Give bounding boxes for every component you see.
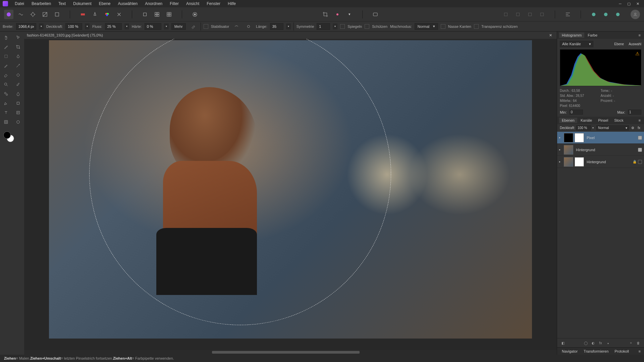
hand-tool-icon[interactable] — [0, 33, 12, 42]
histogram-warning-icon[interactable]: ⚠ — [635, 51, 640, 56]
tab-protokoll[interactable]: Protokoll — [612, 349, 632, 354]
layer-gear-icon[interactable]: ⚙ — [630, 126, 635, 130]
marquee-icon[interactable] — [0, 52, 12, 61]
menu-text[interactable]: Text — [55, 0, 69, 7]
color-swatch[interactable] — [0, 129, 24, 143]
menu-datei[interactable]: Datei — [11, 0, 28, 7]
grid-3-icon[interactable] — [164, 10, 174, 19]
layer-name[interactable]: Pixel — [585, 136, 637, 140]
assistant-icon[interactable] — [333, 10, 342, 19]
crop-tool-icon[interactable] — [321, 10, 330, 19]
eraser-icon[interactable] — [0, 70, 12, 80]
arrange-3-icon[interactable] — [525, 10, 535, 19]
layer-blend-select[interactable]: Normal▾ — [596, 125, 629, 130]
fluss-dropdown[interactable]: ▾ — [124, 23, 129, 29]
min-input[interactable] — [570, 110, 583, 115]
pen-icon[interactable] — [0, 99, 12, 108]
mesh-icon[interactable] — [0, 117, 12, 127]
deckkraft-dropdown[interactable]: ▾ — [85, 23, 90, 29]
tab-transformieren[interactable]: Transformieren — [581, 349, 611, 354]
tab-navigator[interactable]: Navigator — [559, 349, 580, 354]
layer-fx-icon[interactable]: fx — [637, 126, 641, 130]
menu-bearbeiten[interactable]: Bearbeiten — [28, 0, 54, 7]
horizontal-scrollbar[interactable] — [24, 350, 557, 355]
menu-fenster[interactable]: Fenster — [203, 0, 224, 7]
layer-row-hintergrund-2[interactable]: ▸ Hintergrund 🔒 — [557, 156, 644, 168]
layer-mask-thumb[interactable] — [575, 157, 584, 167]
frame-text-icon[interactable] — [12, 108, 24, 117]
layers-menu-icon[interactable]: ≡ — [637, 118, 642, 122]
crop-icon[interactable] — [12, 42, 24, 52]
color-replace-icon[interactable] — [12, 61, 24, 70]
tab-histogramm[interactable]: Histogramm — [559, 33, 584, 38]
arrange-4-icon[interactable] — [537, 10, 547, 19]
stabilisator-checkbox[interactable] — [204, 24, 208, 29]
layer-deckkraft-dropdown[interactable]: ▾ — [592, 126, 594, 129]
layer-thumb[interactable] — [564, 133, 573, 142]
layer-thumb[interactable] — [564, 145, 573, 155]
stab-mode-2-icon[interactable] — [244, 22, 253, 31]
fill-icon[interactable] — [12, 70, 24, 80]
align-icon[interactable] — [563, 10, 573, 19]
tab-kanaele[interactable]: Kanäle — [578, 118, 595, 123]
symmetrie-dropdown[interactable]: ▾ — [333, 23, 337, 29]
minimize-button[interactable]: ─ — [618, 1, 623, 6]
layer-row-pixel[interactable]: ▸ Pixel — [557, 132, 644, 144]
close-button[interactable]: ✕ — [635, 1, 640, 6]
panel-menu-icon[interactable]: ≡ — [637, 33, 642, 37]
scroll-thumb[interactable] — [212, 351, 360, 354]
menu-hilfe[interactable]: Hilfe — [224, 0, 239, 7]
layer-row-hintergrund-1[interactable]: ▸ Hintergrund — [557, 144, 644, 156]
canvas-viewport[interactable] — [24, 39, 557, 350]
brush-preset-icon[interactable] — [189, 22, 198, 31]
swatch-red-icon[interactable] — [78, 10, 88, 19]
grid-2-icon[interactable] — [152, 10, 162, 19]
bottom-panel-menu-icon[interactable]: ≡ — [637, 349, 642, 353]
layer-delete-icon[interactable]: 🗑 — [635, 340, 641, 346]
arrange-2-icon[interactable] — [513, 10, 523, 19]
photo-persona-icon[interactable] — [4, 10, 13, 19]
layer-thumb[interactable] — [564, 157, 573, 167]
layer-mask-thumb[interactable] — [575, 133, 584, 142]
grid-1-icon[interactable] — [140, 10, 150, 19]
mehr-button[interactable]: Mehr — [171, 23, 186, 30]
account-icon[interactable] — [631, 10, 640, 19]
tab-pinsel[interactable]: Pinsel — [595, 118, 611, 123]
snap-3-icon[interactable] — [613, 10, 623, 19]
blur-icon[interactable] — [12, 89, 24, 99]
menu-dokument[interactable]: Dokument — [70, 0, 95, 7]
mischmodus-select[interactable]: Normal▾ — [415, 23, 438, 30]
layer-edit-all-icon[interactable]: ◧ — [560, 340, 566, 346]
stab-mode-1-icon[interactable] — [232, 22, 241, 31]
lock-icon[interactable]: 🔒 — [633, 160, 637, 164]
hist-auswahl-button[interactable]: Auswahl — [629, 42, 641, 46]
auto-colors-icon[interactable] — [102, 10, 112, 19]
layer-expand-icon[interactable]: ▸ — [559, 160, 562, 163]
hist-ebene-button[interactable]: Ebene — [614, 42, 624, 46]
menu-anordnen[interactable]: Anordnen — [142, 0, 166, 7]
max-input[interactable] — [628, 110, 641, 115]
transparenz-checkbox[interactable] — [474, 24, 479, 29]
quick-mask-icon[interactable] — [190, 10, 200, 19]
haerte-input[interactable] — [145, 23, 161, 30]
tab-ebenen[interactable]: Ebenen — [559, 118, 577, 123]
assistant-dropdown-icon[interactable]: ▾ — [345, 10, 354, 19]
tab-stock[interactable]: Stock — [611, 118, 626, 123]
symmetrie-input[interactable] — [317, 23, 330, 30]
shape-icon[interactable] — [12, 99, 24, 108]
channel-select[interactable]: Alle Kanäle▾ — [560, 41, 593, 47]
layer-expand-icon[interactable]: ▸ — [559, 136, 562, 139]
schuetzen-checkbox[interactable] — [365, 24, 369, 29]
layer-name[interactable]: Hintergrund — [575, 148, 637, 152]
export-persona-icon[interactable] — [52, 10, 62, 19]
eyedropper-icon[interactable] — [12, 80, 24, 89]
layer-name[interactable]: Hintergrund — [585, 160, 631, 164]
layer-deckkraft-input[interactable] — [576, 125, 591, 130]
menu-filter[interactable]: Filter — [166, 0, 182, 7]
canvas-image[interactable] — [49, 40, 532, 339]
menu-auswaehlen[interactable]: Auswählen — [114, 0, 141, 7]
develop-persona-icon[interactable] — [28, 10, 38, 19]
layer-add-icon[interactable]: ＋ — [628, 340, 634, 346]
zoom-icon[interactable] — [0, 80, 12, 89]
clone-icon[interactable] — [0, 89, 12, 99]
